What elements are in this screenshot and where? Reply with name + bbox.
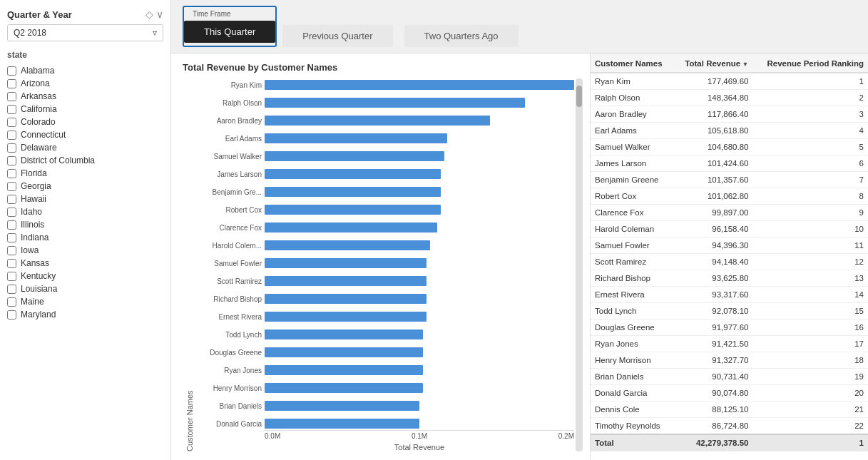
state-checkbox[interactable] xyxy=(7,105,16,114)
eraser-icon[interactable]: ◇ xyxy=(145,9,153,20)
col-revenue-ranking[interactable]: Revenue Period Ranking xyxy=(753,53,869,73)
state-name: Hawaii xyxy=(21,194,46,204)
state-item: Hawaii xyxy=(7,193,163,205)
cell-rank: 5 xyxy=(753,139,869,155)
state-checkbox[interactable] xyxy=(7,156,16,165)
state-item: Georgia xyxy=(7,180,163,193)
table-row: Samuel Walker104,680.805 xyxy=(591,139,868,155)
cell-customer-name: Henry Morrison xyxy=(591,352,674,369)
bar-fill xyxy=(265,116,490,126)
cell-customer-name: Douglas Greene xyxy=(591,320,674,336)
cell-revenue: 99,897.00 xyxy=(674,205,753,221)
state-name: Arkansas xyxy=(21,91,56,101)
state-item: Colorado xyxy=(7,116,163,128)
state-item: Indiana xyxy=(7,231,163,244)
col-total-revenue[interactable]: Total Revenue xyxy=(674,53,753,73)
state-checkbox[interactable] xyxy=(7,118,16,127)
state-checkbox[interactable] xyxy=(7,310,16,320)
state-name: Connecticut xyxy=(21,130,66,140)
table-row: Robert Cox101,062.808 xyxy=(591,188,868,205)
bar-label: Henry Morrison xyxy=(194,384,262,392)
cell-customer-name: Samuel Fowler xyxy=(591,237,674,254)
state-checkbox[interactable] xyxy=(7,220,16,230)
cell-customer-name: Aaron Bradley xyxy=(591,106,674,123)
cell-revenue: 92,078.10 xyxy=(674,303,753,320)
cell-revenue: 86,724.80 xyxy=(674,418,753,435)
state-checkbox[interactable] xyxy=(7,79,16,88)
bar-fill xyxy=(265,133,447,143)
bar-fill xyxy=(265,276,427,286)
cell-rank: 13 xyxy=(753,270,869,287)
cell-rank: 14 xyxy=(753,287,869,303)
state-checkbox[interactable] xyxy=(7,169,16,178)
bar-label: Samuel Walker xyxy=(194,153,262,160)
table-row: Earl Adams105,618.804 xyxy=(591,123,868,139)
bar-label: Robert Cox xyxy=(194,206,262,214)
state-checkbox[interactable] xyxy=(7,195,16,204)
col-customer-names[interactable]: Customer Names xyxy=(591,53,674,73)
state-item: Maine xyxy=(7,295,163,308)
state-checkbox[interactable] xyxy=(7,143,16,153)
bar-row: Brian Daniels xyxy=(194,399,574,412)
state-checkbox[interactable] xyxy=(7,285,16,294)
bar-fill xyxy=(265,223,437,232)
cell-customer-name: Samuel Walker xyxy=(591,139,674,155)
cell-rank: 18 xyxy=(753,352,869,369)
bar-label: Benjamin Gre... xyxy=(194,188,262,196)
bar-fill xyxy=(265,294,427,304)
bar-track xyxy=(265,240,574,250)
total-revenue: 42,279,378.50 xyxy=(674,434,753,451)
state-item: California xyxy=(7,103,163,116)
state-checkbox[interactable] xyxy=(7,131,16,140)
time-frame-bar: Time Frame This Quarter Previous Quarter… xyxy=(171,0,868,53)
cell-rank: 3 xyxy=(753,106,869,123)
quarter-value: Q2 2018 xyxy=(14,28,46,38)
this-quarter-button[interactable]: This Quarter xyxy=(184,21,275,43)
bar-row: Clarence Fox xyxy=(194,221,574,234)
cell-customer-name: Todd Lynch xyxy=(591,303,674,320)
cell-revenue: 91,327.70 xyxy=(674,352,753,369)
table-row: Scott Ramirez94,148.4012 xyxy=(591,254,868,270)
state-checkbox[interactable] xyxy=(7,208,16,217)
state-name: Idaho xyxy=(21,207,42,217)
state-checkbox[interactable] xyxy=(7,66,16,76)
state-checkbox[interactable] xyxy=(7,259,16,268)
state-checkbox[interactable] xyxy=(7,233,16,242)
two-quarters-ago-button[interactable]: Two Quarters Ago xyxy=(404,25,519,47)
cell-rank: 1 xyxy=(753,73,869,90)
bar-fill xyxy=(265,98,525,108)
bar-fill xyxy=(265,365,423,375)
bar-label: Richard Bishop xyxy=(194,295,262,303)
table-header-row: Customer Names Total Revenue Revenue Per… xyxy=(591,53,868,73)
chart-table-area: Total Revenue by Customer Names Customer… xyxy=(171,53,868,460)
table-row: Richard Bishop93,625.8013 xyxy=(591,270,868,287)
cell-rank: 15 xyxy=(753,303,869,320)
state-label: state xyxy=(7,50,163,60)
cell-customer-name: Robert Cox xyxy=(591,188,674,205)
state-checkbox[interactable] xyxy=(7,182,16,191)
quarter-dropdown[interactable]: Q2 2018 ▿ xyxy=(7,24,163,41)
bar-row: Henry Morrison xyxy=(194,382,574,394)
chart-scrollbar-thumb[interactable] xyxy=(576,86,582,107)
bar-label: Douglas Greene xyxy=(194,349,262,357)
bar-track xyxy=(265,98,574,108)
state-checkbox[interactable] xyxy=(7,92,16,101)
state-checkbox[interactable] xyxy=(7,246,16,255)
state-name: Kentucky xyxy=(21,271,56,281)
state-name: Kansas xyxy=(21,258,49,268)
state-checkbox[interactable] xyxy=(7,272,16,281)
filter-title: Quarter & Year xyxy=(7,9,72,20)
cell-customer-name: Richard Bishop xyxy=(591,270,674,287)
bar-row: Aaron Bradley xyxy=(194,114,574,127)
previous-quarter-button[interactable]: Previous Quarter xyxy=(282,25,392,47)
chevron-down-icon[interactable]: ∨ xyxy=(156,9,163,20)
state-checkbox[interactable] xyxy=(7,297,16,307)
state-name: Maryland xyxy=(21,310,56,320)
cell-revenue: 90,074.80 xyxy=(674,385,753,402)
total-row: Total42,279,378.501 xyxy=(591,434,868,451)
bar-label: Scott Ramirez xyxy=(194,277,262,285)
chart-scrollbar[interactable] xyxy=(576,78,583,451)
cell-rank: 16 xyxy=(753,320,869,336)
bar-row: Samuel Walker xyxy=(194,150,574,163)
state-name: Maine xyxy=(21,297,44,307)
